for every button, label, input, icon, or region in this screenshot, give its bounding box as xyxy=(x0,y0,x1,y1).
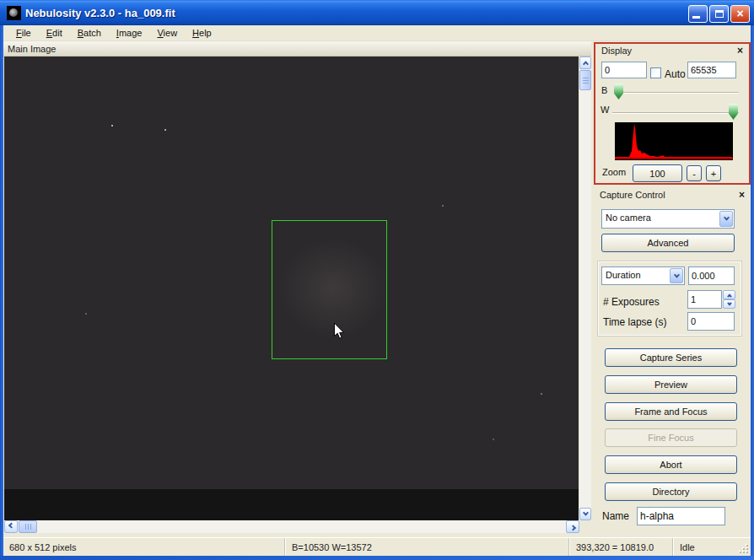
image-canvas[interactable] xyxy=(4,57,579,489)
menubar: File Edit Batch Image View Help xyxy=(3,25,751,41)
zoom-out-button[interactable]: - xyxy=(687,165,702,181)
duration-input[interactable] xyxy=(688,267,735,285)
menu-batch[interactable]: Batch xyxy=(70,26,109,40)
white-level-input[interactable] xyxy=(687,62,736,78)
selection-rectangle[interactable] xyxy=(272,220,387,359)
display-panel-title: Display xyxy=(601,46,632,56)
timelapse-label: Time lapse (s) xyxy=(603,316,667,328)
abort-button[interactable]: Abort xyxy=(605,455,737,474)
zoom-in-button[interactable]: + xyxy=(706,165,721,181)
chevron-up-icon xyxy=(727,293,732,299)
image-viewport[interactable] xyxy=(4,57,579,520)
star xyxy=(541,393,542,395)
w-slider-thumb[interactable] xyxy=(729,104,738,120)
app-window: Nebulosity v2.3.0 - ha_009.fit × File Ed… xyxy=(0,0,754,560)
directory-button[interactable]: Directory xyxy=(605,482,737,501)
close-icon[interactable]: × xyxy=(737,44,743,57)
star xyxy=(164,129,166,131)
menu-image[interactable]: Image xyxy=(109,26,150,40)
minimize-button[interactable] xyxy=(688,5,708,23)
camera-select-value: No camera xyxy=(606,213,651,223)
menu-file[interactable]: File xyxy=(8,26,39,40)
scroll-right-button[interactable] xyxy=(566,520,579,533)
star xyxy=(442,205,444,207)
mouse-cursor-icon xyxy=(333,323,345,340)
minimize-icon xyxy=(692,16,700,19)
spin-down-button[interactable] xyxy=(723,299,735,309)
vertical-scroll-thumb[interactable] xyxy=(579,70,591,90)
scroll-left-button[interactable] xyxy=(4,520,18,533)
window-title: Nebulosity v2.3.0 - ha_009.fit xyxy=(25,7,175,19)
menu-view[interactable]: View xyxy=(149,26,185,40)
camera-select[interactable]: No camera xyxy=(601,209,735,229)
frame-and-focus-button[interactable]: Frame and Focus xyxy=(605,402,737,421)
histogram-baseline xyxy=(615,158,733,159)
menu-edit[interactable]: Edit xyxy=(39,26,70,40)
spin-up-button[interactable] xyxy=(723,290,735,299)
star xyxy=(493,439,494,440)
display-panel-header[interactable]: Display × xyxy=(595,44,749,58)
status-levels: B=10530 W=13572 xyxy=(286,538,569,557)
auto-checkbox[interactable] xyxy=(650,67,661,78)
exposures-input[interactable] xyxy=(687,290,722,309)
exposures-label: # Exposures xyxy=(603,296,660,308)
exposures-spinner[interactable] xyxy=(723,290,735,309)
w-slider-track[interactable] xyxy=(612,112,739,114)
capture-control-panel: Capture Control × No camera Advanced Dur… xyxy=(594,188,751,537)
dropdown-button[interactable] xyxy=(670,268,683,283)
chevron-left-icon xyxy=(8,523,13,529)
maximize-button[interactable] xyxy=(709,5,729,23)
window-border-left xyxy=(0,0,3,560)
vertical-scrollbar[interactable] xyxy=(579,57,591,520)
scroll-up-button[interactable] xyxy=(579,57,591,69)
window-border-bottom xyxy=(0,556,754,560)
star xyxy=(111,125,113,127)
horizontal-scroll-thumb[interactable] xyxy=(19,520,37,533)
close-button[interactable]: × xyxy=(730,5,750,23)
name-input[interactable] xyxy=(637,507,725,525)
star xyxy=(85,313,87,315)
grip-icon xyxy=(28,524,29,530)
status-cursor-readout: 393,320 = 10819.0 xyxy=(570,538,673,557)
chevron-down-icon xyxy=(582,510,588,516)
black-level-input[interactable] xyxy=(601,62,647,78)
scroll-down-button[interactable] xyxy=(579,508,591,520)
close-icon[interactable]: × xyxy=(739,188,745,202)
status-image-size: 680 x 512 pixels xyxy=(3,538,285,557)
close-icon: × xyxy=(731,6,749,22)
chevron-down-icon xyxy=(673,272,679,277)
grip-icon xyxy=(583,80,589,81)
chevron-down-icon xyxy=(723,215,729,221)
zoom-value-button[interactable]: 100 xyxy=(633,164,682,182)
display-panel: Display × Auto B W Zoom 100 - + xyxy=(594,42,751,185)
zoom-label: Zoom xyxy=(602,167,626,177)
maximize-icon xyxy=(715,10,724,18)
capture-panel-title: Capture Control xyxy=(600,190,665,200)
b-slider-thumb[interactable] xyxy=(614,83,623,100)
menu-help[interactable]: Help xyxy=(185,26,219,40)
capture-series-button[interactable]: Capture Series xyxy=(605,348,737,367)
histogram-curve xyxy=(615,124,732,159)
statusbar: 680 x 512 pixels B=10530 W=13572 393,320… xyxy=(3,537,751,556)
resize-grip[interactable] xyxy=(738,543,748,553)
b-slider-label: B xyxy=(601,85,607,95)
titlebar[interactable]: Nebulosity v2.3.0 - ha_009.fit × xyxy=(0,0,754,25)
chevron-right-icon xyxy=(569,525,575,530)
b-slider-track[interactable] xyxy=(614,92,739,94)
capture-panel-header[interactable]: Capture Control × xyxy=(594,188,751,202)
name-label: Name xyxy=(602,510,629,522)
app-icon xyxy=(7,6,21,20)
w-slider-label: W xyxy=(601,105,609,115)
chevron-down-icon xyxy=(727,300,732,305)
histogram xyxy=(615,122,733,160)
timelapse-input[interactable] xyxy=(687,312,735,331)
preview-button[interactable]: Preview xyxy=(605,375,737,394)
duration-select-value: Duration xyxy=(606,270,641,280)
dropdown-button[interactable] xyxy=(719,211,733,227)
fine-focus-button: Fine Focus xyxy=(605,428,737,447)
chevron-up-icon xyxy=(582,61,588,67)
advanced-button[interactable]: Advanced xyxy=(601,234,735,252)
main-image-caption: Main Image xyxy=(3,41,591,57)
duration-select[interactable]: Duration xyxy=(601,267,685,285)
horizontal-scrollbar[interactable] xyxy=(4,520,579,533)
